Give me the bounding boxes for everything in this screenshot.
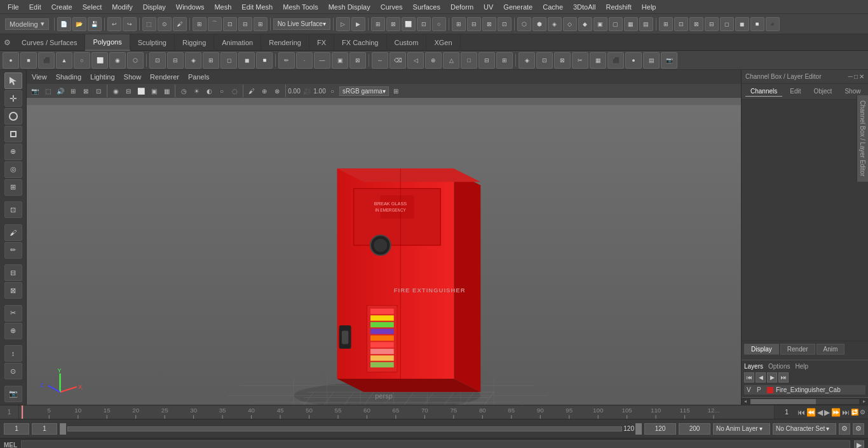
fill-hole-icon[interactable]: ◈ <box>185 52 201 69</box>
automatic-icon[interactable]: ▤ <box>643 52 660 69</box>
layer-last-icon[interactable]: ⏭ <box>778 372 789 383</box>
play-back-icon[interactable]: ◀ <box>817 408 823 417</box>
vp-lighting-mode-icon[interactable]: ☀ <box>191 85 202 97</box>
vp-menu-lighting[interactable]: Lighting <box>88 73 118 81</box>
tool1-icon[interactable]: ⬡ <box>517 17 531 31</box>
next-frame-icon[interactable]: ⏩ <box>831 408 841 417</box>
connect-tool[interactable]: ⊕ <box>4 323 22 339</box>
vp-cloth-icon[interactable]: ⊗ <box>271 85 283 97</box>
snap-view-icon[interactable]: ⊞ <box>254 17 268 31</box>
vp-grid-icon[interactable]: ⊞ <box>67 85 79 97</box>
vp-menu-panels[interactable]: Panels <box>186 73 212 81</box>
channels-tab[interactable]: Channels <box>745 86 782 97</box>
mel-input[interactable] <box>21 440 850 449</box>
select-icon[interactable]: ⬚ <box>142 17 156 31</box>
paint-icon[interactable]: 🖌 <box>173 17 187 31</box>
go-to-start-icon[interactable]: ⏮ <box>797 408 805 417</box>
render-tab[interactable]: Render <box>780 344 815 355</box>
camera-tools[interactable]: 📷 <box>4 386 22 402</box>
vp-shadow-icon[interactable]: ◐ <box>203 85 215 97</box>
vp-poly-count-icon[interactable]: ⊟ <box>123 85 134 97</box>
timeline-ruler[interactable]: 5 10 15 20 25 30 35 40 45 50 55 60 65 <box>19 405 774 419</box>
triangulate-icon[interactable]: △ <box>443 52 459 69</box>
menu-mesh-tools[interactable]: Mesh Tools <box>278 2 323 12</box>
menu-cache[interactable]: Cache <box>538 2 568 12</box>
sculpt-icon[interactable]: ✏ <box>278 52 295 69</box>
tool5-icon[interactable]: ◆ <box>578 17 592 31</box>
vp-sel-highlight-icon[interactable]: ◉ <box>110 85 121 97</box>
object-tab[interactable]: Object <box>809 86 837 97</box>
unfold-icon[interactable]: ⊡ <box>536 52 553 69</box>
vp-smooth-icon[interactable]: ⊡ <box>93 85 104 97</box>
channel-box-tab[interactable]: Channel Box / Layer Editor <box>857 95 868 182</box>
right4-icon[interactable]: ⊟ <box>705 17 719 31</box>
menu-redshift[interactable]: Redshift <box>600 2 636 12</box>
display-tab[interactable]: Display <box>744 344 779 355</box>
extrude-icon[interactable]: ⊡ <box>149 52 166 69</box>
poly-disc-icon[interactable]: ◉ <box>109 52 126 69</box>
edit-tab[interactable]: Edit <box>785 86 806 97</box>
poly-plane-icon[interactable]: ⬜ <box>92 52 108 69</box>
vp-camera-icon2[interactable]: 🎥 <box>301 85 313 97</box>
tab-sculpting[interactable]: Sculpting <box>130 34 175 51</box>
vp-prev-icon[interactable]: ⬚ <box>42 85 53 97</box>
mirror-icon[interactable]: ⊟ <box>478 52 495 69</box>
tab-fx[interactable]: FX <box>309 34 334 51</box>
bridge-icon[interactable]: ⊟ <box>167 52 184 69</box>
menu-generate[interactable]: Generate <box>498 2 538 12</box>
redo-icon[interactable]: ↪ <box>123 17 137 31</box>
vp-menu-shading[interactable]: Shading <box>53 73 84 81</box>
menu-deform[interactable]: Deform <box>445 2 478 12</box>
render-all-icon[interactable]: ▶ <box>351 17 365 31</box>
mel-run-icon[interactable]: ▶ <box>854 440 864 449</box>
snap-curve-icon[interactable]: ⌒ <box>208 17 222 31</box>
cleanup-icon[interactable]: ⌫ <box>390 52 406 69</box>
menu-modify[interactable]: Modify <box>107 2 137 12</box>
menu-help[interactable]: Help <box>637 2 661 12</box>
scroll-left-arrow[interactable]: ◂ <box>742 398 749 405</box>
menu-file[interactable]: File <box>3 2 24 12</box>
boolean-icon[interactable]: ⊕ <box>425 52 442 69</box>
color-space-dropdown[interactable]: sRGB gamma ▾ <box>339 86 389 96</box>
cylindrical-icon[interactable]: ⬛ <box>607 52 624 69</box>
vp-sound-icon[interactable]: 🔊 <box>55 85 66 97</box>
vp-ao-icon[interactable]: ○ <box>216 85 227 97</box>
vp-wireframe-icon[interactable]: ⊠ <box>80 85 92 97</box>
help-tab[interactable]: Help <box>795 363 808 370</box>
separate-icon[interactable]: ◽ <box>256 52 273 69</box>
options-tab[interactable]: Options <box>768 363 790 370</box>
select-tool[interactable] <box>4 72 22 89</box>
display-overscan-icon[interactable]: ⊡ <box>417 17 431 31</box>
camera-icon[interactable]: 📷 <box>661 52 677 69</box>
play-icon[interactable]: ▶ <box>824 408 830 417</box>
edge-icon[interactable]: — <box>314 52 330 69</box>
vp-lut-icon2[interactable]: ○ <box>327 85 338 97</box>
poly-cone-icon[interactable]: ▲ <box>56 52 72 69</box>
layer-prev-icon[interactable]: ◀ <box>756 372 766 383</box>
menu-surfaces[interactable]: Surfaces <box>408 2 445 12</box>
reduce-icon[interactable]: ◁ <box>407 52 424 69</box>
vp-extra-icon[interactable]: ⊞ <box>390 85 402 97</box>
snap-grid-icon[interactable]: ⊞ <box>193 17 207 31</box>
scroll-right-arrow[interactable]: ▸ <box>860 398 868 405</box>
tab-fx-caching[interactable]: FX Caching <box>334 34 386 51</box>
layout-uv-icon[interactable]: ⊠ <box>554 52 571 69</box>
multicut-tool[interactable]: ✂ <box>4 305 22 322</box>
lasso-icon[interactable]: ⊙ <box>158 17 172 31</box>
poly-cylinder-icon[interactable]: ⬛ <box>38 52 55 69</box>
vp-paint-fx-icon[interactable]: 🖌 <box>246 85 257 97</box>
combine-icon[interactable]: ◼ <box>238 52 255 69</box>
vp-camera-y-field[interactable]: 1.00 <box>314 85 325 97</box>
component-mode[interactable]: ⊠ <box>4 282 22 299</box>
frame-slider[interactable] <box>67 426 622 431</box>
cut-uv-icon[interactable]: ✂ <box>572 52 588 69</box>
frame-field[interactable] <box>32 423 57 435</box>
planar-icon[interactable]: ▦ <box>590 52 606 69</box>
char-set-prefs-icon[interactable]: ⚙ <box>853 423 864 435</box>
menu-select[interactable]: Select <box>78 2 107 12</box>
menu-uv[interactable]: UV <box>478 2 498 12</box>
menu-create[interactable]: Create <box>46 2 78 12</box>
tool3-icon[interactable]: ◈ <box>548 17 562 31</box>
end-frame-field[interactable] <box>644 423 676 435</box>
vp-subdiv-icon[interactable]: ⊕ <box>259 85 270 97</box>
